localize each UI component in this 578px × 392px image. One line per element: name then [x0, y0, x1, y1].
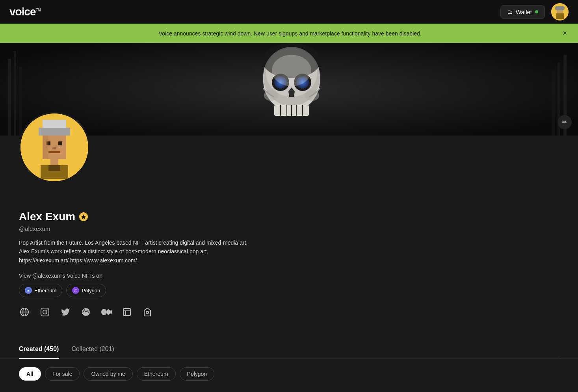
svg-rect-54 [123, 308, 130, 316]
filter-for-sale[interactable]: For sale [45, 367, 80, 381]
svg-rect-29 [552, 71, 555, 136]
globe-icon[interactable] [19, 307, 30, 318]
svg-rect-32 [39, 128, 70, 136]
svg-rect-39 [50, 159, 58, 165]
medium-icon[interactable] [101, 307, 112, 318]
ethereum-icon: Ξ [25, 287, 32, 294]
chain-buttons: Ξ Ethereum ⬡ Polygon [19, 284, 559, 297]
wallet-button[interactable]: 🗂 Wallet [500, 5, 545, 19]
announcement-banner: Voice announces strategic wind down. New… [0, 24, 578, 43]
header: voiceTM 🗂 Wallet [0, 0, 578, 24]
svg-point-57 [146, 311, 149, 314]
svg-point-53 [110, 310, 112, 314]
filter-owned-by-me[interactable]: Owned by me [84, 367, 132, 381]
social-icons [19, 307, 559, 318]
svg-point-49 [47, 310, 48, 310]
profile-name-row: Alex Exum [19, 210, 559, 223]
logo[interactable]: voiceTM [9, 6, 41, 18]
instagram-icon[interactable] [39, 307, 50, 318]
svg-rect-47 [41, 308, 49, 316]
banner-text: Voice announces strategic wind down. New… [19, 30, 561, 37]
svg-point-51 [101, 309, 107, 315]
profile-section: Alex Exum @alexexum Pop Artist from the … [0, 136, 578, 359]
logo-text: voiceTM [9, 6, 41, 18]
profile-bio: Pop Artist from the Future. Los Angeles … [19, 238, 303, 265]
user-avatar[interactable] [551, 3, 569, 20]
polygon-chain-button[interactable]: ⬡ Polygon [66, 284, 106, 297]
profile-name: Alex Exum [19, 210, 75, 223]
wallet-icon: 🗂 [507, 9, 513, 15]
svg-rect-24 [8, 59, 11, 136]
profile-avatar-pixel-art [23, 116, 86, 179]
avatar-image [551, 3, 569, 20]
nft-view-label: View @alexexum's Voice NFTs on [19, 273, 559, 279]
profile-avatar [19, 112, 90, 183]
tab-created[interactable]: Created (450) [19, 340, 59, 359]
filter-bar: All For sale Owned by me Ethereum Polygo… [0, 359, 578, 388]
profile-avatar-wrapper [19, 112, 90, 183]
profile-avatar-inner [20, 113, 88, 181]
twitter-icon[interactable] [60, 307, 71, 318]
svg-point-23 [272, 55, 311, 86]
filter-ethereum[interactable]: Ethereum [137, 367, 176, 381]
svg-rect-5 [555, 6, 565, 10]
svg-point-48 [43, 310, 47, 314]
svg-rect-25 [14, 51, 16, 136]
svg-marker-43 [81, 214, 86, 219]
svg-rect-2 [556, 13, 564, 19]
svg-rect-38 [48, 151, 60, 153]
edit-cover-button[interactable]: ✏ [558, 115, 572, 129]
header-right: 🗂 Wallet [500, 3, 569, 20]
wallet-label: Wallet [516, 9, 532, 15]
verified-icon [81, 214, 86, 219]
edit-icon: ✏ [562, 119, 567, 125]
wallet-status-dot [535, 10, 538, 13]
profile-tabs: Created (450) Collected (201) [0, 340, 578, 359]
svg-rect-42 [43, 136, 48, 159]
foundation-icon[interactable] [121, 307, 132, 318]
svg-point-52 [107, 309, 110, 315]
verified-badge [79, 212, 88, 221]
tab-collected[interactable]: Collected (201) [71, 340, 114, 359]
profile-username: @alexexum [19, 225, 559, 232]
polygon-icon: ⬡ [72, 287, 79, 294]
ethereum-chain-button[interactable]: Ξ Ethereum [19, 284, 62, 297]
profile-info: Alex Exum @alexexum Pop Artist from the … [19, 204, 559, 340]
svg-rect-41 [48, 165, 60, 171]
filter-all[interactable]: All [19, 367, 41, 381]
banner-close-button[interactable]: × [561, 29, 569, 37]
opensea-icon[interactable] [80, 307, 91, 318]
filter-polygon[interactable]: Polygon [180, 367, 215, 381]
svg-rect-36 [58, 141, 62, 145]
superrare-icon[interactable] [142, 307, 153, 318]
svg-rect-37 [52, 147, 56, 149]
